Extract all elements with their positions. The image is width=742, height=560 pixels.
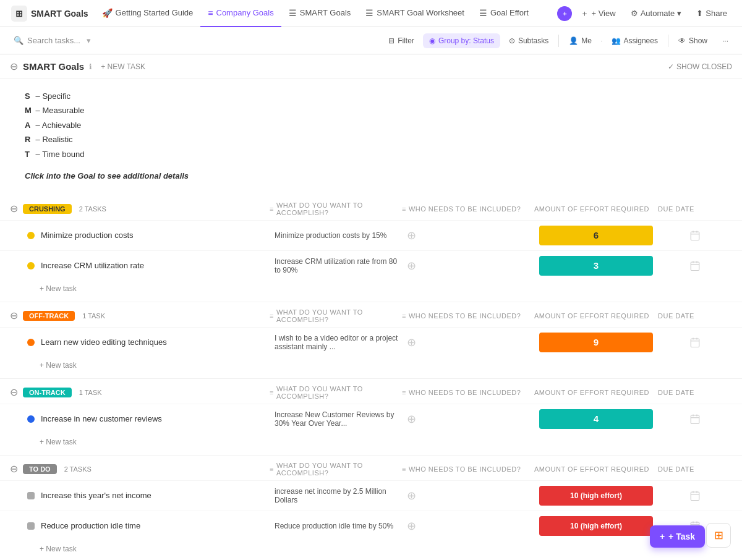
me-button[interactable]: 👤 Me [563,33,598,48]
new-task-crushing[interactable]: + New task [0,281,742,297]
tab-goal-effort[interactable]: ☰ Goal Effort [472,0,536,27]
eye-icon: 👁 [678,36,686,45]
off-track-badge: OFF-TRACK [23,311,75,321]
task-row[interactable]: Minimize production costs Minimize produ… [0,220,742,250]
col-included-off-track: ≡ WHO NEEDS TO BE INCLUDED? [402,312,534,320]
check-icon: ✓ [668,62,674,71]
new-task-on-track[interactable]: + New task [0,434,742,450]
task-row[interactable]: Increase CRM utilization rate Increase C… [0,250,742,281]
group-to-do: ⊖ TO DO 2 TASKS ≡ WHAT DO YOU WANT TO AC… [0,456,742,560]
toolbar-divider-1 [558,35,559,47]
tab-label-getting-started: Getting Started Guide [116,8,194,17]
task-name: Minimize production costs [41,231,134,240]
task-row[interactable]: Learn new video editing techniques I wis… [0,327,742,357]
task-accomplish: I wish to be a video editor or a project… [270,334,402,351]
col-accomplish-to-do: ≡ WHAT DO YOU WANT TO ACCOMPLISH? [270,462,402,477]
more-options-button[interactable]: ··· [716,33,735,48]
tab-getting-started[interactable]: 🚀 Getting Started Guide [95,0,201,27]
tab-label-worksheet: SMART Goal Worksheet [377,8,464,17]
fab-plus-icon: + [660,532,665,541]
due-date-icon [658,260,732,271]
assignee-icon: ⊕ [407,412,416,426]
group-off-track-header: ⊖ OFF-TRACK 1 TASK ≡ WHAT DO YOU WANT TO… [0,302,742,327]
task-name-area: Reduce production idle time [10,521,270,530]
toolbar-divider-2 [668,35,668,47]
task-row[interactable]: Reduce production idle time Reduce produ… [0,511,742,541]
task-name: Learn new video editing techniques [41,337,167,347]
share-button[interactable]: ⬆ Share [690,6,733,21]
add-task-fab[interactable]: + + Task [650,525,705,548]
smart-letter-a: A [25,118,33,132]
off-track-task-count: 1 TASK [82,312,105,320]
effort-bar: 4 [539,409,653,429]
effort-bar: 10 (high effort) [539,516,653,536]
automate-button[interactable]: ⚙ Automate ▾ [625,6,688,21]
group-to-do-header: ⊖ TO DO 2 TASKS ≡ WHAT DO YOU WANT TO AC… [0,456,742,480]
svg-rect-0 [691,232,699,240]
on-track-collapse-btn[interactable]: ⊖ [10,386,18,398]
task-name: Increase CRM utilization rate [41,261,144,270]
effort-bar: 9 [539,333,653,352]
new-task-to-do[interactable]: + New task [0,541,742,557]
due-date-icon [658,414,732,425]
task-row[interactable]: Increase this year's net income increase… [0,480,742,511]
svg-rect-4 [691,262,699,271]
automate-icon: ⚙ [631,9,638,18]
assignee-icon: ⊕ [407,259,416,273]
new-task-button[interactable]: + NEW TASK [97,61,149,72]
col-accomplish-off-track: ≡ WHAT DO YOU WANT TO ACCOMPLISH? [270,308,402,323]
due-date-icon [658,337,732,348]
click-hint: Click into the Goal to see additional de… [0,166,742,195]
tab-smart-goal-worksheet[interactable]: ☰ SMART Goal Worksheet [358,0,472,27]
group-icon: ◉ [429,36,435,45]
to-do-collapse-btn[interactable]: ⊖ [10,463,18,475]
off-track-collapse-btn[interactable]: ⊖ [10,310,18,321]
info-icon[interactable]: ℹ [89,62,92,71]
col-effort-off-track: AMOUNT OF EFFORT REQUIRED [534,312,658,320]
group-off-track: ⊖ OFF-TRACK 1 TASK ≡ WHAT DO YOU WANT TO… [0,302,742,379]
effort-bar: 10 (high effort) [539,486,653,506]
crushing-collapse-btn[interactable]: ⊖ [10,203,18,214]
logo-icon: ⊞ [11,6,27,22]
tab-smart-goals[interactable]: ☰ SMART Goals [281,0,359,27]
task-name-area: Minimize production costs [10,231,270,240]
subtasks-icon: ⊙ [509,36,515,45]
effort-bar: 6 [539,226,653,245]
tab-company-goals[interactable]: ≡ Company Goals [200,0,281,27]
search-bar[interactable]: 🔍 Search tasks... ▾ [7,32,131,49]
view-button[interactable]: ＋ + View [574,5,621,22]
show-closed-button[interactable]: ✓ SHOW CLOSED [668,62,732,71]
me-icon: 👤 [569,36,578,45]
smart-letter-t: T [25,147,33,161]
assignee-icon: ⊕ [407,336,416,349]
filter-icon: ⊟ [388,36,394,45]
col-duedate-off-track: DUE DATE [658,312,732,320]
task-dot-blue [27,415,35,423]
filter-button[interactable]: ⊟ Filter [382,33,420,48]
svg-rect-16 [691,492,699,501]
col-duedate-crushing: DUE DATE [658,205,732,213]
smart-item-s: S – Specific [25,89,727,103]
grid-view-button[interactable]: ⊞ [706,523,731,548]
dot-separator: · [600,36,603,45]
show-button[interactable]: 👁 Show [672,33,714,48]
subtasks-button[interactable]: ⊙ Subtasks [503,33,555,48]
new-task-off-track[interactable]: + New task [0,357,742,373]
task-dot-gray [27,492,35,499]
on-track-task-count: 1 TASK [79,389,102,396]
group-by-button[interactable]: ◉ Group by: Status [423,33,500,48]
task-row[interactable]: Increase in new customer reviews Increas… [0,404,742,434]
ellipsis-icon: ··· [722,36,728,45]
col-included-on-track: ≡ WHO NEEDS TO BE INCLUDED? [402,389,534,396]
col-duedate-to-do: DUE DATE [658,465,732,473]
assignees-button[interactable]: 👥 Assignees [605,33,664,48]
app-logo[interactable]: ⊞ SMART Goals [5,6,95,22]
assignee-icon: ⊕ [407,519,416,533]
col-effort-crushing: AMOUNT OF EFFORT REQUIRED [534,205,658,213]
group-crushing-title-area: ⊖ CRUSHING 2 TASKS [10,203,270,214]
fab-label: + Task [668,532,695,541]
grid-icon: ⊞ [714,528,723,542]
task-assignee: ⊕ [402,489,534,503]
task-assignee: ⊕ [402,336,534,349]
section-collapse-btn[interactable]: ⊖ [10,61,18,72]
